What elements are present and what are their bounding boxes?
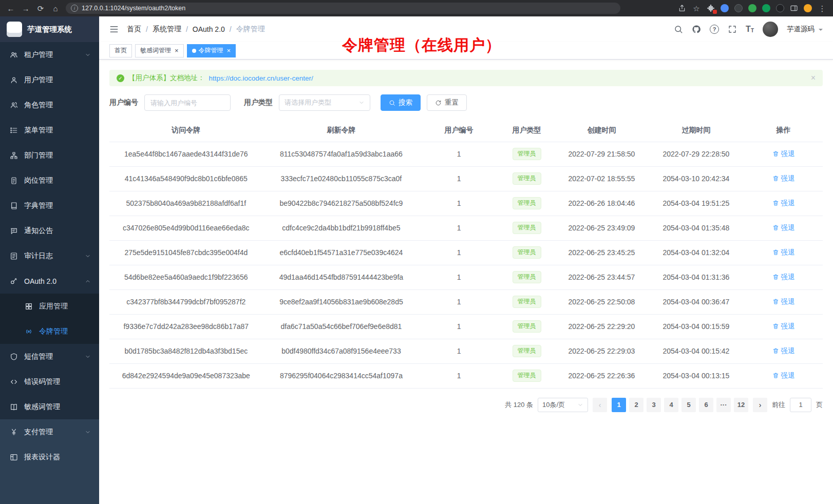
sidebar-item-post-management[interactable]: 岗位管理 bbox=[0, 168, 99, 193]
user-type-select[interactable]: 请选择用户类型 bbox=[279, 94, 370, 111]
doc-link[interactable]: https://doc.iocoder.cn/user-center/ bbox=[209, 74, 313, 82]
sms-icon bbox=[10, 353, 18, 361]
sidebar-item-oauth[interactable]: OAuth 2.0 bbox=[0, 268, 99, 294]
page-button[interactable]: 3 bbox=[647, 398, 661, 412]
force-logout-button[interactable]: 强退 bbox=[772, 346, 795, 356]
chevron-down-icon bbox=[85, 429, 91, 435]
search-icon bbox=[389, 100, 395, 106]
refresh-token-cell: dfa6c71a50a54c66bef706ef9e6e8d81 bbox=[263, 314, 420, 339]
close-icon[interactable]: × bbox=[175, 47, 179, 54]
force-logout-button[interactable]: 强退 bbox=[772, 248, 795, 257]
force-logout-button[interactable]: 强退 bbox=[772, 371, 795, 380]
chevron-down-icon[interactable] bbox=[819, 29, 823, 33]
chevron-down-icon bbox=[577, 402, 583, 408]
extension-teal-icon[interactable] bbox=[762, 4, 770, 12]
force-logout-button[interactable]: 强退 bbox=[772, 273, 795, 282]
user-name[interactable]: 芋道源码 bbox=[787, 25, 815, 34]
extension-dark-icon[interactable] bbox=[734, 4, 743, 12]
expire-time-cell: 2054-03-04 00:15:59 bbox=[648, 314, 745, 339]
close-icon[interactable]: × bbox=[227, 47, 231, 54]
fullscreen-icon[interactable] bbox=[728, 25, 737, 34]
force-logout-button[interactable]: 强退 bbox=[772, 322, 795, 331]
tab-token-management[interactable]: 令牌管理× bbox=[187, 44, 236, 57]
search-form: 用户编号 用户类型 请选择用户类型 搜索 重置 bbox=[109, 94, 823, 111]
collapse-sidebar-icon[interactable] bbox=[109, 25, 119, 34]
breadcrumb-separator: / bbox=[186, 25, 188, 33]
page-button[interactable]: 4 bbox=[664, 398, 678, 412]
sidebar-item-tenant-management[interactable]: 租户管理 bbox=[0, 42, 99, 67]
sidebar-item-error-code-management[interactable]: 错误码管理 bbox=[0, 369, 99, 394]
refresh-token-cell: be90422b8c7946218275a508bf524fc9 bbox=[263, 191, 420, 216]
create-time-cell: 2022-06-25 23:44:57 bbox=[555, 265, 648, 289]
sidebar-item-user-management[interactable]: 用户管理 bbox=[0, 67, 99, 92]
tab-home[interactable]: 首页 bbox=[109, 44, 132, 57]
search-icon[interactable] bbox=[674, 25, 683, 34]
sidebar-item-audit-log[interactable]: 审计日志 bbox=[0, 243, 99, 268]
action-cell: 强退 bbox=[744, 363, 823, 388]
force-logout-button[interactable]: 强退 bbox=[772, 297, 795, 306]
page-button[interactable]: 2 bbox=[629, 398, 643, 412]
breadcrumb-home[interactable]: 首页 bbox=[127, 25, 141, 34]
browser-menu-icon[interactable]: ⋮ bbox=[818, 5, 827, 12]
page-button[interactable]: 12 bbox=[734, 398, 748, 412]
breadcrumb-oauth[interactable]: OAuth 2.0 bbox=[193, 25, 225, 33]
access-token-cell: f9336e7c7dd242a283ee98dc86b17a87 bbox=[109, 314, 263, 339]
sidebar-item-app-management[interactable]: 应用管理 bbox=[0, 294, 99, 319]
home-icon[interactable]: ⌂ bbox=[51, 5, 60, 12]
forward-icon[interactable]: → bbox=[21, 5, 30, 12]
font-size-icon[interactable]: TT bbox=[746, 25, 754, 33]
extensions-icon[interactable] bbox=[707, 4, 715, 12]
create-time-cell: 2022-06-25 23:49:09 bbox=[555, 216, 648, 240]
breadcrumb-system[interactable]: 系统管理 bbox=[153, 25, 181, 34]
sidebar-item-dept-management[interactable]: 部门管理 bbox=[0, 143, 99, 168]
page-button[interactable]: 5 bbox=[681, 398, 696, 412]
site-info-icon[interactable]: i bbox=[71, 5, 78, 12]
force-logout-button[interactable]: 强退 bbox=[772, 149, 795, 159]
profile-avatar-icon[interactable] bbox=[804, 4, 812, 12]
app-logo[interactable]: 芋道管理系统 bbox=[0, 16, 99, 42]
side-panel-icon[interactable] bbox=[790, 4, 798, 12]
tab-sensitive-word[interactable]: 敏感词管理× bbox=[135, 44, 184, 57]
table-row: c342377bf8b344799dcbf7bf095287f2 9ce8ef2… bbox=[109, 289, 823, 314]
force-logout-button[interactable]: 强退 bbox=[772, 223, 795, 232]
sidebar-item-dict-management[interactable]: 字典管理 bbox=[0, 193, 99, 218]
force-logout-button[interactable]: 强退 bbox=[772, 174, 795, 183]
github-icon[interactable] bbox=[692, 25, 701, 34]
extension-gray-icon[interactable] bbox=[776, 4, 784, 12]
alert-close-icon[interactable]: × bbox=[811, 74, 816, 82]
address-bar[interactable]: i 127.0.0.1:1024/system/oauth2/token bbox=[66, 3, 620, 14]
goto-page-input[interactable] bbox=[790, 398, 811, 412]
user-id-input[interactable] bbox=[144, 94, 231, 111]
page-button[interactable]: ··· bbox=[716, 398, 731, 412]
sidebar-item-role-management[interactable]: 角色管理 bbox=[0, 92, 99, 118]
expire-time-cell: 2054-03-10 20:42:34 bbox=[648, 166, 745, 191]
expire-time-cell: 2022-07-29 22:28:50 bbox=[648, 142, 745, 166]
bookmark-star-icon[interactable]: ☆ bbox=[692, 5, 701, 12]
sidebar-item-token-management[interactable]: 令牌管理 bbox=[0, 319, 99, 344]
sidebar-item-notice-announcement[interactable]: 通知公告 bbox=[0, 218, 99, 243]
table-header-cell: 过期时间 bbox=[648, 119, 745, 142]
prev-page-button[interactable]: ‹ bbox=[593, 398, 607, 412]
sidebar-item-sms-management[interactable]: 短信管理 bbox=[0, 344, 99, 369]
page-button[interactable]: 1 bbox=[612, 398, 626, 412]
page-button[interactable]: 6 bbox=[699, 398, 713, 412]
share-icon[interactable] bbox=[678, 4, 686, 12]
sidebar-item-sensitive-word-management[interactable]: 敏感词管理 bbox=[0, 394, 99, 419]
search-button[interactable]: 搜索 bbox=[381, 94, 421, 111]
extension-blue-icon[interactable] bbox=[721, 4, 729, 12]
help-icon[interactable]: ? bbox=[710, 25, 719, 34]
page-size-select[interactable]: 10条/页 bbox=[538, 398, 588, 412]
next-page-button[interactable]: › bbox=[753, 398, 767, 412]
force-logout-button[interactable]: 强退 bbox=[772, 199, 795, 208]
extension-green-icon[interactable] bbox=[748, 4, 756, 12]
reload-icon[interactable]: ⟳ bbox=[36, 5, 45, 12]
back-icon[interactable]: ← bbox=[6, 5, 15, 12]
user-type-label: 用户类型 bbox=[244, 98, 273, 107]
delete-icon bbox=[772, 224, 779, 231]
sidebar-item-payment-management[interactable]: 支付管理 bbox=[0, 419, 99, 444]
user-avatar[interactable] bbox=[763, 22, 778, 37]
user-id-cell: 1 bbox=[420, 363, 498, 388]
sidebar-item-report-designer[interactable]: 报表设计器 bbox=[0, 444, 99, 470]
reset-button[interactable]: 重置 bbox=[427, 94, 467, 111]
sidebar-item-menu-management[interactable]: 菜单管理 bbox=[0, 118, 99, 143]
